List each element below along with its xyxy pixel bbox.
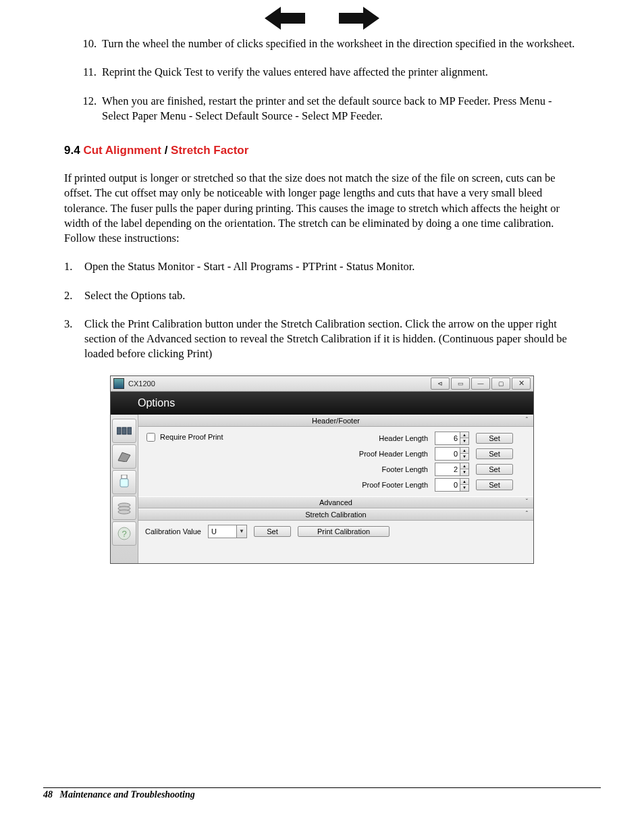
spin-up-icon[interactable]: ▲ xyxy=(460,479,468,486)
close-button[interactable]: ✕ xyxy=(512,377,531,390)
dropdown-icon[interactable]: ▼ xyxy=(236,525,246,538)
collapse-icon[interactable]: ˆ xyxy=(526,417,528,424)
proof-header-length-input[interactable] xyxy=(435,448,460,460)
proof-footer-length-input[interactable] xyxy=(435,479,460,491)
tray-button[interactable]: ▭ xyxy=(451,377,470,390)
section-label: Stretch Calibration xyxy=(305,511,367,519)
section-label: Advanced xyxy=(319,498,352,506)
advanced-section[interactable]: Advanced ˇ xyxy=(138,496,533,509)
section-label: Header/Footer xyxy=(312,417,360,425)
header-length-spinner[interactable]: ▲▼ xyxy=(435,432,469,445)
spin-up-icon[interactable]: ▲ xyxy=(460,463,468,470)
step-number: 1. xyxy=(64,259,76,274)
sub-steps-list: 1. Open the Status Monitor - Start - All… xyxy=(64,259,580,361)
svg-marker-0 xyxy=(265,7,305,30)
sidebar-tab-printer[interactable] xyxy=(112,444,136,469)
sidebar-tab-status[interactable] xyxy=(112,419,136,443)
collapse-icon[interactable]: ˆ xyxy=(526,511,528,518)
header-footer-section[interactable]: Header/Footer ˆ xyxy=(138,415,533,427)
set-button[interactable]: Set xyxy=(476,464,513,475)
header-length-input[interactable] xyxy=(435,432,460,444)
spin-down-icon[interactable]: ▼ xyxy=(460,485,468,491)
spin-up-icon[interactable]: ▲ xyxy=(460,448,468,454)
proof-header-length-row: Proof Header Length ▲▼ Set xyxy=(284,447,513,461)
app-icon xyxy=(113,378,124,389)
set-button[interactable]: Set xyxy=(476,433,513,444)
page-footer: 48 Maintenance and Troubleshooting xyxy=(43,787,601,800)
field-label: Footer Length xyxy=(382,465,429,473)
intro-paragraph: If printed output is longer or stretched… xyxy=(64,171,580,246)
list-item: 1. Open the Status Monitor - Start - All… xyxy=(64,259,580,274)
field-label: Header Length xyxy=(379,434,428,442)
proof-header-length-spinner[interactable]: ▲▼ xyxy=(435,447,469,461)
svg-rect-2 xyxy=(117,427,121,434)
spin-down-icon[interactable]: ▼ xyxy=(460,454,468,460)
window-title: CX1200 xyxy=(128,380,431,388)
field-label: Proof Footer Length xyxy=(362,481,428,489)
footer-title: Maintenance and Troubleshooting xyxy=(60,789,195,800)
top-steps-list: 10. Turn the wheel the number of clicks … xyxy=(64,36,580,124)
step-number: 12. xyxy=(79,94,97,124)
app-window: CX1200 ⊲ ▭ — ▢ ✕ Options xyxy=(110,375,534,564)
minimize-button[interactable]: — xyxy=(471,377,490,390)
maximize-button[interactable]: ▢ xyxy=(491,377,510,390)
svg-text:?: ? xyxy=(122,529,126,539)
set-button[interactable]: Set xyxy=(476,479,513,490)
field-label: Proof Header Length xyxy=(359,450,428,458)
set-button[interactable]: Set xyxy=(476,448,513,459)
step-number: 3. xyxy=(64,317,76,362)
spin-up-icon[interactable]: ▲ xyxy=(460,432,468,439)
svg-rect-4 xyxy=(128,427,132,434)
spin-down-icon[interactable]: ▼ xyxy=(460,438,468,444)
list-item: 10. Turn the wheel the number of clicks … xyxy=(79,36,580,51)
step-text: Click the Print Calibration button under… xyxy=(84,317,580,362)
sidebar-tab-help[interactable]: ? xyxy=(112,521,136,546)
step-number: 10. xyxy=(79,36,97,51)
list-item: 2. Select the Options tab. xyxy=(64,288,580,303)
header-length-row: Header Length ▲▼ Set xyxy=(284,432,513,445)
step-text: Open the Status Monitor - Start - All Pr… xyxy=(84,259,580,274)
step-number: 2. xyxy=(64,288,76,303)
sidebar-tab-supplies[interactable] xyxy=(112,470,136,494)
print-calibration-button[interactable]: Print Calibration xyxy=(298,526,390,537)
set-button[interactable]: Set xyxy=(254,526,291,537)
svg-point-10 xyxy=(118,510,130,514)
expand-icon[interactable]: ˇ xyxy=(526,498,528,506)
section-title-part2: Stretch Factor xyxy=(171,144,248,157)
proof-footer-length-row: Proof Footer Length ▲▼ Set xyxy=(284,478,513,492)
calibration-value-input[interactable] xyxy=(209,525,236,538)
options-header: Options xyxy=(111,392,533,415)
calibration-value-combo[interactable]: ▼ xyxy=(208,525,247,538)
section-title-part1: Cut Alignment xyxy=(83,144,161,157)
require-proof-checkbox[interactable]: Require Proof Print xyxy=(144,431,279,444)
titlebar: CX1200 ⊲ ▭ — ▢ ✕ xyxy=(111,376,533,392)
require-proof-label: Require Proof Print xyxy=(160,433,223,441)
sidebar-tab-options[interactable] xyxy=(112,496,136,520)
help-button[interactable]: ⊲ xyxy=(431,377,450,390)
step-text: Turn the wheel the number of clicks spec… xyxy=(102,36,580,51)
step-number: 11. xyxy=(79,65,97,80)
page-number: 48 xyxy=(43,789,53,800)
step-text: When you are finished, restart the print… xyxy=(102,94,580,124)
svg-rect-6 xyxy=(122,475,127,479)
svg-rect-7 xyxy=(120,479,128,487)
svg-marker-5 xyxy=(118,452,130,462)
spin-down-icon[interactable]: ▼ xyxy=(460,469,468,475)
require-proof-input[interactable] xyxy=(146,433,155,442)
list-item: 11. Reprint the Quick Test to verify the… xyxy=(79,65,580,80)
calibration-value-label: Calibration Value xyxy=(145,527,201,536)
footer-length-row: Footer Length ▲▼ Set xyxy=(284,463,513,476)
list-item: 12. When you are finished, restart the p… xyxy=(79,94,580,124)
proof-footer-length-spinner[interactable]: ▲▼ xyxy=(435,478,469,492)
footer-length-input[interactable] xyxy=(435,463,460,475)
svg-rect-3 xyxy=(122,427,126,434)
prev-arrow-icon[interactable] xyxy=(265,7,305,30)
section-slash: / xyxy=(161,144,171,157)
footer-length-spinner[interactable]: ▲▼ xyxy=(435,463,469,476)
stretch-calibration-section[interactable]: Stretch Calibration ˆ xyxy=(138,509,533,521)
next-arrow-icon[interactable] xyxy=(339,7,379,30)
sidebar: ? xyxy=(111,415,138,563)
section-number: 9.4 xyxy=(64,144,80,157)
svg-marker-1 xyxy=(339,7,379,30)
step-text: Select the Options tab. xyxy=(84,288,580,303)
